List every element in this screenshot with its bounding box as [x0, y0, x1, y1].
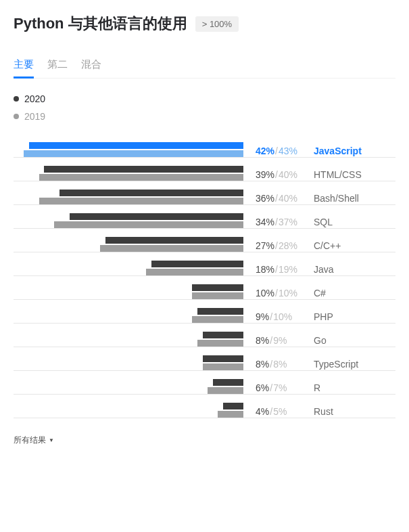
bar-area — [14, 330, 243, 347]
legend-dot-icon — [14, 96, 19, 102]
bar-2020 — [203, 355, 243, 362]
all-results-label: 所有结果 — [14, 435, 46, 446]
bar-2019 — [208, 387, 243, 394]
value-label: 27%/28% — [243, 238, 304, 254]
category-label: PHP — [304, 309, 395, 325]
legend-label-2020: 2020 — [24, 93, 45, 104]
bar-area — [14, 259, 243, 275]
bar-area — [14, 212, 243, 228]
bar-area — [14, 401, 243, 418]
chart-row: 18%/19%Java — [14, 252, 395, 276]
category-label: C# — [304, 285, 395, 301]
header: Python 与其他语言的使用 > 100% — [14, 14, 395, 34]
chevron-down-icon: ▼ — [49, 437, 54, 443]
bar-2019 — [197, 340, 243, 347]
bar-2020 — [203, 332, 243, 338]
category-label: TypeScript — [304, 356, 395, 372]
chart-row: 8%/8%TypeScript — [14, 347, 395, 371]
tab-0[interactable]: 主要 — [14, 58, 34, 78]
bar-2019 — [39, 198, 243, 204]
category-label: Go — [304, 332, 395, 349]
bar-2019 — [192, 316, 243, 323]
chart-row: 10%/10%C# — [14, 276, 395, 300]
value-label: 8%/9% — [243, 332, 304, 349]
tab-1[interactable]: 第二 — [47, 58, 68, 78]
chart-row: 9%/10%PHP — [14, 300, 395, 324]
category-label: HTML/CSS — [304, 167, 395, 183]
chart-row: 36%/40%Bash/Shell — [14, 181, 395, 205]
bar-2020 — [213, 379, 243, 386]
chart-row: 6%/7%R — [14, 371, 395, 395]
category-label: JavaScript — [304, 143, 395, 159]
chart-row: 39%/40%HTML/CSS — [14, 158, 395, 181]
value-label: 34%/37% — [243, 214, 304, 230]
value-label: 42%/43% — [243, 143, 304, 159]
bar-2020 — [70, 213, 243, 220]
bar-2019 — [39, 174, 243, 181]
chart-row: 8%/9%Go — [14, 324, 395, 347]
bar-area — [14, 164, 243, 181]
legend-dot-icon — [14, 114, 19, 119]
legend-item-2019: 2019 — [14, 111, 395, 122]
bar-2020 — [151, 261, 243, 267]
bar-area — [14, 354, 243, 370]
legend: 2020 2019 — [14, 93, 395, 122]
value-label: 39%/40% — [243, 167, 304, 183]
bar-2019 — [24, 150, 243, 157]
bar-area — [14, 188, 243, 204]
value-label: 10%/10% — [243, 285, 304, 301]
bar-2020 — [59, 190, 243, 196]
category-label: Rust — [304, 403, 395, 420]
bar-area — [14, 236, 243, 252]
bar-area — [14, 283, 243, 299]
value-label: 8%/8% — [243, 356, 304, 372]
tab-2[interactable]: 混合 — [81, 58, 101, 78]
tabs: 主要第二混合 — [14, 58, 395, 79]
category-label: R — [304, 380, 395, 396]
bar-2020 — [197, 308, 243, 315]
chart-row: 4%/5%Rust — [14, 395, 395, 418]
legend-item-2020: 2020 — [14, 93, 395, 104]
chart-row: 42%/43%JavaScript — [14, 134, 395, 158]
bar-area — [14, 378, 243, 394]
bar-2020 — [192, 284, 243, 291]
bar-2019 — [54, 221, 243, 228]
bar-chart: 42%/43%JavaScript39%/40%HTML/CSS36%/40%B… — [14, 134, 395, 418]
category-label: C/C++ — [304, 238, 395, 254]
bar-2020 — [29, 142, 243, 149]
category-label: SQL — [304, 214, 395, 230]
bar-2019 — [146, 269, 243, 275]
bar-2019 — [100, 245, 243, 252]
value-label: 18%/19% — [243, 261, 304, 278]
bar-2020 — [223, 403, 243, 409]
bar-2019 — [218, 411, 243, 418]
category-label: Bash/Shell — [304, 190, 395, 206]
bar-2019 — [192, 292, 243, 299]
bar-area — [14, 307, 243, 323]
chart-row: 34%/37%SQL — [14, 205, 395, 229]
bar-2020 — [105, 237, 243, 244]
bar-2019 — [203, 363, 243, 370]
page-title: Python 与其他语言的使用 — [14, 14, 187, 34]
value-label: 36%/40% — [243, 190, 304, 206]
bar-2020 — [44, 166, 243, 173]
value-label: 9%/10% — [243, 309, 304, 325]
bar-area — [14, 141, 243, 157]
chart-row: 27%/28%C/C++ — [14, 229, 395, 252]
all-results-button[interactable]: 所有结果 ▼ — [14, 435, 54, 446]
category-label: Java — [304, 261, 395, 278]
value-label: 4%/5% — [243, 403, 304, 420]
legend-label-2019: 2019 — [24, 111, 45, 122]
value-label: 6%/7% — [243, 380, 304, 396]
sum-badge: > 100% — [195, 16, 239, 32]
